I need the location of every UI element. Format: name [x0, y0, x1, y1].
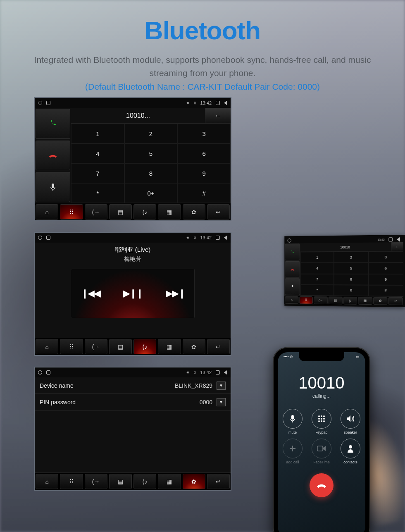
nav-button-6[interactable]: ✿	[183, 339, 205, 354]
keypad-key-6[interactable]: 6	[177, 143, 231, 163]
screenshot-dialer: ⁕ ◊ 13:42 10010...	[34, 97, 231, 221]
keypad-key-9[interactable]: 9	[177, 163, 231, 183]
end-call-button[interactable]	[310, 473, 334, 497]
nav-button-2[interactable]: (→	[85, 339, 107, 354]
nav-button-5[interactable]: ▦	[158, 474, 181, 489]
nav-button-5[interactable]: ▦	[158, 204, 181, 219]
keypad-key-7: 7	[300, 274, 334, 285]
call-controls-grid: mutekeypadspeakeradd callFaceTimecontact…	[282, 409, 361, 464]
keypad-key-0+[interactable]: 0+	[124, 183, 178, 203]
next-button[interactable]: ▶▶❙	[166, 288, 185, 299]
page-title: Bluetooth	[0, 16, 405, 45]
nav-button-3[interactable]: ▤	[109, 474, 132, 489]
svg-rect-1	[292, 285, 293, 287]
call-button[interactable]	[36, 109, 70, 139]
back-icon[interactable]	[224, 235, 227, 240]
nav-button-5[interactable]: ▦	[158, 339, 181, 354]
keypad-key-*: *	[300, 285, 334, 296]
bluetooth-icon: ⁕	[186, 100, 190, 106]
backspace-button[interactable]: ←	[205, 108, 231, 123]
nav-button-5: ▦	[358, 297, 372, 305]
dialer-side-controls	[35, 108, 71, 203]
keypad-key-2: 2	[334, 252, 368, 263]
keypad-key-3[interactable]: 3	[177, 124, 231, 143]
keypad-key-*[interactable]: *	[71, 183, 124, 203]
nav-button-0[interactable]: ⌂	[36, 474, 58, 489]
clock-text: 13:42	[200, 235, 212, 240]
location-icon: ◊	[194, 100, 196, 105]
dropdown-icon[interactable]: ▼	[217, 382, 226, 390]
hangup-button[interactable]	[36, 141, 70, 171]
call-status: calling...	[312, 393, 331, 399]
clock-text: 13:42	[200, 100, 212, 105]
nav-button-2[interactable]: (→	[85, 204, 107, 219]
bluetooth-icon: ⁕	[186, 235, 190, 241]
nav-button-0[interactable]: ⌂	[36, 204, 58, 219]
location-icon: ◊	[194, 370, 196, 375]
nav-button-3[interactable]: ▤	[109, 204, 132, 219]
recents-icon	[388, 237, 393, 241]
nav-button-0[interactable]: ⌂	[36, 339, 58, 354]
nav-button-4[interactable]: (♪	[133, 204, 156, 219]
keypad-key-1[interactable]: 1	[71, 124, 124, 143]
keypad-key-6: 6	[368, 262, 403, 274]
keypad-key-#[interactable]: #	[177, 183, 231, 203]
phone-hangup-icon	[315, 479, 328, 491]
svg-point-3	[318, 415, 320, 417]
nav-button-1[interactable]: ⠿	[60, 339, 83, 354]
settings-row-device-name[interactable]: Device name BLINK_XR829 ▼	[35, 377, 231, 394]
track-title: 耶利亚 (Live)	[115, 246, 151, 254]
keypad-key-9: 9	[368, 274, 403, 285]
nav-button-7[interactable]: ↩	[207, 339, 230, 354]
nav-button-4[interactable]: (♪	[133, 474, 156, 489]
keypad-key-8[interactable]: 8	[124, 163, 178, 183]
call-control-FaceTime: FaceTime	[311, 439, 332, 464]
call-control-keypad[interactable]: keypad	[311, 409, 332, 434]
nav-button-4: (♪	[343, 297, 357, 305]
mic-button[interactable]	[36, 172, 70, 202]
dropdown-icon[interactable]: ▼	[217, 398, 226, 406]
svg-point-8	[323, 418, 325, 420]
keypad-key-7[interactable]: 7	[71, 163, 124, 183]
battery-icon: ▭	[356, 355, 360, 359]
header: Bluetooth Integrated with Bluetooth modu…	[0, 0, 405, 92]
prev-button[interactable]: ❙◀◀	[81, 288, 100, 299]
call-control-mute[interactable]: mute	[282, 409, 303, 434]
bottom-nav: ⌂⠿(→▤(♪▦✿↩	[35, 472, 231, 490]
nav-button-2[interactable]: (→	[85, 474, 107, 489]
call-number: 10010	[298, 374, 344, 392]
keypad-key-1: 1	[300, 252, 334, 263]
bluetooth-icon: ⁕	[186, 370, 190, 375]
keypad-key-5: 5	[334, 262, 368, 274]
nav-button-6[interactable]: ✿	[183, 474, 205, 489]
back-icon[interactable]	[224, 370, 227, 375]
nav-button-6[interactable]: ✿	[183, 204, 205, 219]
settings-row-pin[interactable]: PIN password 0000 ▼	[35, 394, 231, 410]
keypad-key-2[interactable]: 2	[124, 124, 178, 143]
play-pause-button[interactable]: ▶❙❙	[123, 288, 143, 299]
nav-button-4[interactable]: (♪	[133, 339, 156, 354]
call-control-contacts[interactable]: contacts	[340, 439, 361, 464]
back-icon[interactable]	[224, 100, 227, 105]
nav-button-1[interactable]: ⠿	[60, 474, 83, 489]
phone-hangup-icon	[48, 153, 57, 158]
nav-button-7[interactable]: ↩	[207, 474, 230, 489]
nav-button-1[interactable]: ⠿	[60, 204, 83, 219]
recents-icon[interactable]	[216, 236, 220, 240]
status-circle-icon	[38, 370, 42, 375]
nav-button-1: ⠿	[299, 296, 313, 304]
recents-icon[interactable]	[216, 370, 220, 375]
call-control-label: FaceTime	[313, 460, 330, 464]
svg-point-4	[321, 415, 322, 417]
svg-point-9	[318, 420, 320, 422]
keypad-key-4[interactable]: 4	[71, 143, 124, 163]
svg-point-13	[349, 445, 352, 449]
nav-button-7[interactable]: ↩	[207, 204, 230, 219]
keypad-key-5[interactable]: 5	[124, 143, 178, 163]
mic-icon	[283, 409, 303, 429]
status-circle-icon	[38, 101, 42, 105]
nav-button-3[interactable]: ▤	[109, 339, 132, 354]
call-control-speaker[interactable]: speaker	[340, 409, 361, 434]
recents-icon[interactable]	[216, 101, 220, 105]
keypad-key-0: 0	[334, 285, 368, 296]
